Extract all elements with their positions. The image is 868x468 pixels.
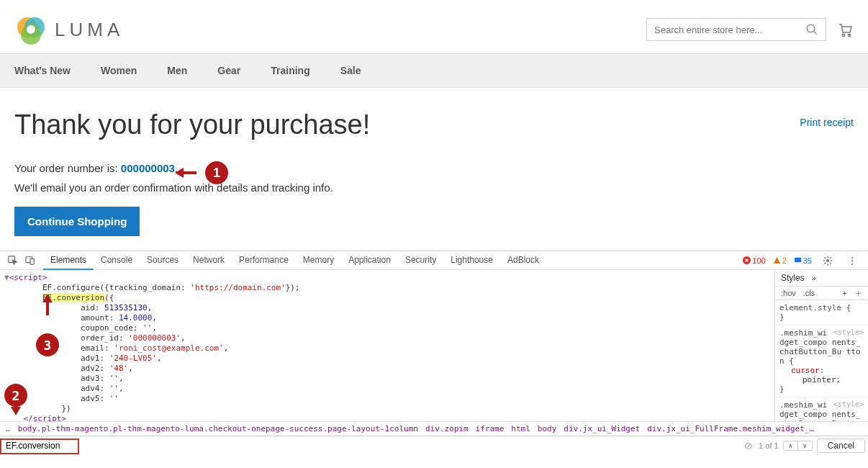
nav-sale[interactable]: Sale — [340, 54, 361, 87]
error-count-badge[interactable]: 100 — [743, 256, 765, 265]
page-title: Thank you for your purchase! — [14, 109, 854, 140]
annotation-marker-3: 3 — [36, 333, 59, 356]
pin-icon[interactable] — [854, 289, 862, 297]
nav-women[interactable]: Women — [101, 54, 137, 87]
code-line: </script> — [4, 414, 774, 421]
more-tabs-icon[interactable]: » — [812, 274, 816, 282]
add-rule-icon[interactable]: + — [843, 289, 847, 297]
code-line: coupon_code: '', — [4, 323, 774, 333]
order-number-line: Your order number is: 000000003. — [14, 162, 854, 174]
code-line: order_id: '000000003', — [4, 333, 774, 343]
devtools-tab-sources[interactable]: Sources — [140, 251, 186, 270]
confirmation-text: We'll email you an order confirmation wi… — [14, 181, 854, 194]
find-clear-icon[interactable]: ⊘ — [744, 440, 753, 451]
styles-panel: Styles » :hov .cls + element.style { } <… — [774, 270, 868, 421]
nav-training[interactable]: Training — [271, 54, 309, 87]
luma-logo-icon — [14, 13, 48, 46]
svg-point-3 — [27, 25, 35, 34]
dom-breadcrumb[interactable]: … body.pl-thm-magento.pl-thm-magento-lum… — [0, 421, 868, 436]
find-input[interactable] — [3, 439, 744, 452]
nav-men[interactable]: Men — [167, 54, 187, 87]
nav-gear[interactable]: Gear — [217, 54, 240, 87]
find-next-button[interactable]: ∨ — [798, 441, 812, 450]
devtools-tab-application[interactable]: Application — [341, 251, 398, 270]
style-rule[interactable]: element.style { } — [775, 300, 868, 325]
code-line: aid: 513535130, — [4, 303, 774, 313]
devtools-tab-memory[interactable]: Memory — [296, 251, 341, 270]
code-line: adv2: '48', — [4, 364, 774, 374]
code-line: adv1: '240-LV05', — [4, 354, 774, 364]
code-line: ▼<script> — [4, 273, 774, 283]
crumb-item[interactable]: html — [511, 424, 530, 433]
code-line: adv3: '', — [4, 374, 774, 384]
site-header: LUMA — [0, 0, 868, 53]
search-box[interactable] — [646, 18, 826, 41]
svg-point-6 — [842, 34, 844, 36]
crumb-item[interactable]: body.pl-thm-magento.pl-thm-magento-luma.… — [18, 424, 418, 433]
style-rule[interactable]: <style> .meshim_wi dget_compo nents_chat… — [775, 397, 868, 421]
nav-whats-new[interactable]: What's New — [14, 54, 71, 87]
svg-point-7 — [848, 34, 850, 36]
devtools-toolbar: Elements Console Sources Network Perform… — [0, 251, 868, 270]
svg-line-5 — [813, 31, 817, 35]
find-result-count: 1 of 1 — [759, 441, 779, 450]
devtools-tabs: Elements Console Sources Network Perform… — [43, 251, 546, 270]
crumb-item[interactable]: div.jx_ui_Widget — [564, 424, 640, 433]
devtools-tab-performance[interactable]: Performance — [232, 251, 296, 270]
styles-tab[interactable]: Styles — [781, 273, 805, 283]
annotation-marker-2: 2 — [4, 384, 27, 407]
svg-rect-10 — [30, 258, 34, 264]
code-line: email: 'roni_cost@example.com', — [4, 343, 774, 354]
crumb-item[interactable]: body — [538, 424, 557, 433]
search-icon[interactable] — [805, 23, 818, 36]
code-line: amount: 14.0000, — [4, 313, 774, 323]
code-line: adv4: '', — [4, 384, 774, 394]
annotation-marker-1: 1 — [205, 161, 228, 184]
print-receipt-link[interactable]: Print receipt — [800, 117, 854, 128]
devtools-tab-network[interactable]: Network — [186, 251, 232, 270]
crumb-item[interactable]: div.jx_ui_FullFrame.meshim_widget_… — [647, 424, 814, 433]
find-prev-button[interactable]: ∧ — [784, 441, 798, 450]
devtools-tab-elements[interactable]: Elements — [43, 251, 94, 270]
message-count-badge[interactable]: 35 — [794, 256, 812, 265]
code-line: }) — [4, 404, 774, 414]
devtools-panel: Elements Console Sources Network Perform… — [0, 251, 868, 454]
inspect-element-icon[interactable] — [4, 253, 22, 269]
brand-name: LUMA — [55, 19, 124, 41]
elements-source-panel[interactable]: 3 ▼<script> EF.configure({tracking_domai… — [0, 270, 774, 421]
devtools-tab-lighthouse[interactable]: Lighthouse — [443, 251, 500, 270]
devtools-tab-adblock[interactable]: AdBlock — [500, 251, 546, 270]
search-input[interactable] — [654, 24, 805, 35]
style-rule[interactable]: <style> .meshim_wi dget_compo nents_chat… — [775, 325, 868, 397]
device-toggle-icon[interactable] — [22, 253, 39, 269]
code-line: EF.conversion({ — [4, 293, 774, 303]
svg-point-4 — [807, 24, 815, 32]
devtools-tab-console[interactable]: Console — [94, 251, 140, 270]
svg-rect-12 — [795, 258, 801, 262]
devtools-tab-security[interactable]: Security — [398, 251, 443, 270]
cls-toggle[interactable]: .cls — [803, 289, 815, 297]
find-cancel-button[interactable]: Cancel — [817, 438, 865, 453]
code-line: EF.configure({tracking_domain: 'https://… — [4, 283, 774, 293]
more-icon[interactable]: ⋮ — [844, 252, 861, 269]
svg-point-13 — [826, 259, 829, 262]
crumb-item[interactable]: iframe — [476, 424, 505, 433]
crumb-item[interactable]: div.zopim — [425, 424, 469, 433]
warning-count-badge[interactable]: 2 — [773, 256, 787, 265]
main-nav: What's New Women Men Gear Training Sale — [0, 53, 868, 88]
brand-logo[interactable]: LUMA — [14, 13, 124, 46]
page-body: Print receipt Thank you for your purchas… — [0, 88, 868, 251]
code-line: adv5: '' — [4, 394, 774, 404]
cart-icon[interactable] — [836, 22, 854, 37]
continue-shopping-button[interactable]: Continue Shopping — [14, 207, 140, 236]
hov-toggle[interactable]: :hov — [781, 289, 796, 297]
order-number-link[interactable]: 000000003 — [121, 162, 175, 174]
settings-icon[interactable] — [819, 253, 836, 269]
find-bar: ⊘ 1 of 1 ∧ ∨ Cancel — [0, 436, 868, 454]
